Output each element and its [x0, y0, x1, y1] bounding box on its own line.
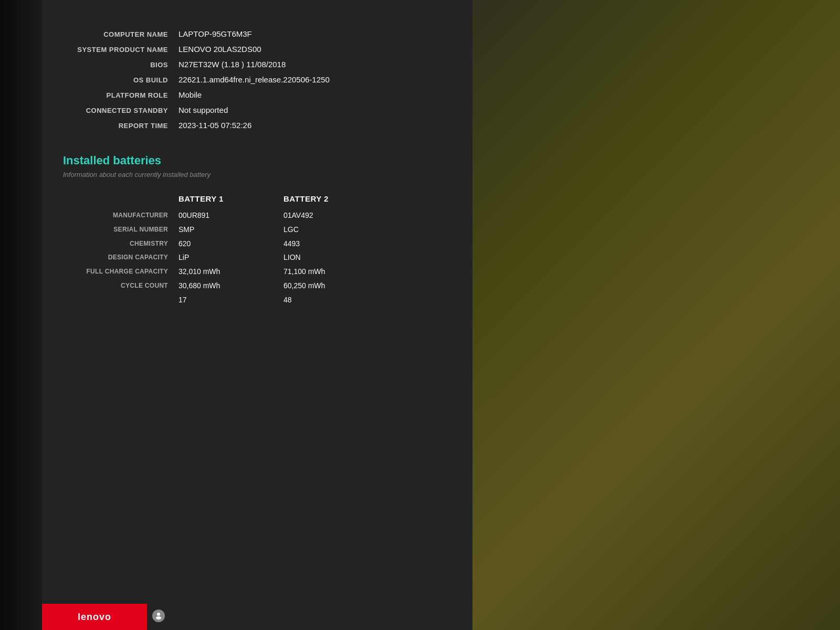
system-product-name-row: SYSTEM PRODUCT NAME LENOVO 20LAS2DS00	[63, 41, 452, 57]
battery1-full-charge: 32,010 mWh	[178, 267, 284, 276]
serial-number-row: SERIAL NUMBER SMP LGC	[63, 223, 452, 237]
system-product-name-value: LENOVO 20LAS2DS00	[178, 45, 452, 54]
battery2-chemistry: 4493	[284, 239, 300, 248]
system-product-name-label: SYSTEM PRODUCT NAME	[63, 45, 178, 54]
platform-role-label: PLATFORM ROLE	[63, 90, 178, 99]
battery2-extra: 48	[284, 296, 292, 304]
bios-value: N27ET32W (1.18 ) 11/08/2018	[178, 60, 452, 69]
main-panel: COMPUTER NAME LAPTOP-95GT6M3F SYSTEM PRO…	[42, 0, 472, 630]
battery2-cycle-count: 60,250 mWh	[284, 281, 325, 290]
cycle-count-row: CYCLE COUNT 30,680 mWh 60,250 mWh	[63, 279, 452, 293]
svg-point-1	[156, 616, 161, 620]
battery2-manufacturer: 01AV492	[284, 211, 313, 219]
os-build-row: OS BUILD 22621.1.amd64fre.ni_release.220…	[63, 72, 452, 87]
computer-name-row: COMPUTER NAME LAPTOP-95GT6M3F	[63, 26, 452, 41]
battery2-header: BATTERY 2	[284, 194, 452, 203]
chemistry-label: CHEMISTRY	[63, 239, 178, 248]
connected-standby-row: CONNECTED STANDBY Not supported	[63, 102, 452, 118]
battery1-serial: SMP	[178, 225, 284, 234]
battery1-header: BATTERY 1	[178, 194, 284, 203]
lenovo-brand-text: lenovo	[78, 612, 111, 623]
battery2-serial: LGC	[284, 225, 299, 234]
platform-role-row: PLATFORM ROLE Mobile	[63, 87, 452, 102]
batteries-section-subtitle: Information about each currently install…	[63, 171, 452, 178]
battery-headers-row: BATTERY 1 BATTERY 2	[63, 194, 452, 203]
serial-number-label: SERIAL NUMBER	[63, 225, 178, 234]
batteries-section-title: Installed batteries	[63, 154, 452, 167]
bios-row: BIOS N27ET32W (1.18 ) 11/08/2018	[63, 57, 452, 72]
full-charge-capacity-row: FULL CHARGE CAPACITY 32,010 mWh 71,100 m…	[63, 265, 452, 279]
platform-role-value: Mobile	[178, 90, 452, 99]
battery1-design-capacity: LiP	[178, 253, 284, 261]
battery2-design-capacity: LION	[284, 253, 301, 261]
full-charge-capacity-label: FULL CHARGE CAPACITY	[63, 267, 178, 276]
manufacturer-row: MANUFACTURER 00UR891 01AV492	[63, 208, 452, 223]
background-overlay	[472, 0, 840, 630]
system-info-table: COMPUTER NAME LAPTOP-95GT6M3F SYSTEM PRO…	[63, 26, 452, 133]
battery1-chemistry: 620	[178, 239, 284, 248]
cycle-count-label: CYCLE COUNT	[63, 281, 178, 290]
design-capacity-label: DESIGN CAPACITY	[63, 253, 178, 262]
bios-label: BIOS	[63, 60, 178, 69]
os-build-label: OS BUILD	[63, 75, 178, 84]
report-time-value: 2023-11-05 07:52:26	[178, 121, 452, 130]
battery2-full-charge: 71,100 mWh	[284, 267, 325, 276]
extra-row: 17 48	[63, 293, 452, 307]
user-icon	[152, 610, 165, 622]
design-capacity-row: DESIGN CAPACITY LiP LION	[63, 250, 452, 265]
connected-standby-value: Not supported	[178, 106, 452, 114]
report-time-row: REPORT TIME 2023-11-05 07:52:26	[63, 118, 452, 133]
connected-standby-label: CONNECTED STANDBY	[63, 106, 178, 114]
battery1-cycle-count: 30,680 mWh	[178, 281, 284, 290]
svg-point-0	[157, 613, 160, 616]
manufacturer-label: MANUFACTURER	[63, 211, 178, 220]
battery1-manufacturer: 00UR891	[178, 211, 284, 219]
battery1-extra: 17	[178, 296, 284, 304]
left-edge	[0, 0, 42, 630]
computer-name-value: LAPTOP-95GT6M3F	[178, 29, 452, 38]
chemistry-row: CHEMISTRY 620 4493	[63, 237, 452, 251]
lenovo-footer-bar: lenovo	[42, 604, 147, 630]
computer-name-label: COMPUTER NAME	[63, 29, 178, 38]
report-time-label: REPORT TIME	[63, 121, 178, 130]
os-build-value: 22621.1.amd64fre.ni_release.220506-1250	[178, 75, 452, 84]
